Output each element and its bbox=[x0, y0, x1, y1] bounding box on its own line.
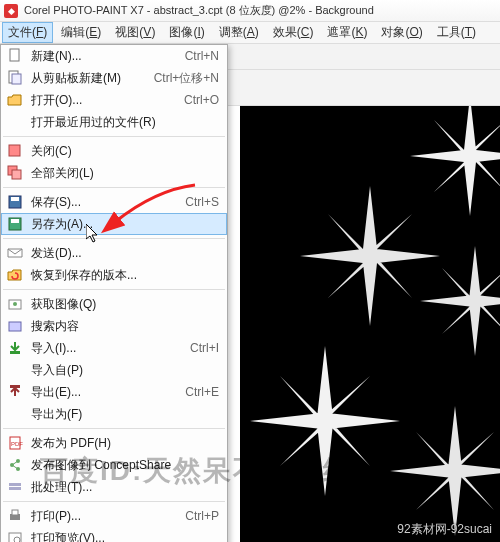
new-icon bbox=[5, 48, 25, 64]
menu-item-share[interactable]: 发布图像到 ConceptShare bbox=[1, 454, 227, 476]
svg-text:PDF: PDF bbox=[11, 441, 23, 447]
export-icon bbox=[5, 384, 25, 400]
menu-separator bbox=[3, 501, 225, 502]
menu-视图[interactable]: 视图(V) bbox=[109, 22, 161, 43]
menu-item-label: 恢复到保存的版本... bbox=[31, 267, 219, 284]
svg-rect-6 bbox=[9, 145, 20, 156]
menu-item-label: 导入自(P) bbox=[31, 362, 219, 379]
window-title: Corel PHOTO-PAINT X7 - abstract_3.cpt (8… bbox=[24, 3, 374, 18]
menu-separator bbox=[3, 136, 225, 137]
menu-item-revert[interactable]: 恢复到保存的版本... bbox=[1, 264, 227, 286]
menu-遮罩[interactable]: 遮罩(K) bbox=[321, 22, 373, 43]
menu-文件[interactable]: 文件(F) bbox=[2, 22, 53, 43]
svg-rect-12 bbox=[11, 219, 19, 223]
menu-item-send[interactable]: 发送(D)... bbox=[1, 242, 227, 264]
menu-item-label: 发布为 PDF(H) bbox=[31, 435, 219, 452]
title-bar: ◆ Corel PHOTO-PAINT X7 - abstract_3.cpt … bbox=[0, 0, 500, 22]
menu-item-label: 导入(I)... bbox=[31, 340, 190, 357]
import-icon bbox=[5, 340, 25, 356]
menu-separator bbox=[3, 289, 225, 290]
mouse-cursor-icon bbox=[86, 224, 102, 247]
menu-item-acquire[interactable]: 获取图像(Q) bbox=[1, 293, 227, 315]
menu-item-sub[interactable]: 导出为(F) bbox=[1, 403, 227, 425]
menu-item-shortcut: Ctrl+位移+N bbox=[154, 70, 219, 87]
menu-item-label: 发送(D)... bbox=[31, 245, 219, 262]
menu-item-label: 发布图像到 ConceptShare bbox=[31, 457, 219, 474]
revert-icon bbox=[5, 267, 25, 283]
svg-rect-16 bbox=[10, 351, 20, 354]
svg-rect-3 bbox=[10, 49, 19, 61]
menu-item-shortcut: Ctrl+N bbox=[185, 49, 219, 63]
svg-rect-24 bbox=[9, 487, 21, 490]
menu-item-close[interactable]: 关闭(C) bbox=[1, 140, 227, 162]
menu-效果[interactable]: 效果(C) bbox=[267, 22, 320, 43]
batch-icon bbox=[5, 479, 25, 495]
menu-item-label: 新建(N)... bbox=[31, 48, 185, 65]
menu-bar: 文件(F)编辑(E)视图(V)图像(I)调整(A)效果(C)遮罩(K)对象(O)… bbox=[0, 22, 500, 44]
menu-item-newclip[interactable]: 从剪贴板新建(M)Ctrl+位移+N bbox=[1, 67, 227, 89]
menu-item-sub[interactable]: 导入自(P) bbox=[1, 359, 227, 381]
menu-item-new[interactable]: 新建(N)...Ctrl+N bbox=[1, 45, 227, 67]
menu-separator bbox=[3, 428, 225, 429]
menu-item-closeall[interactable]: 全部关闭(L) bbox=[1, 162, 227, 184]
menu-item-label: 打印(P)... bbox=[31, 508, 185, 525]
closeall-icon bbox=[5, 165, 25, 181]
menu-item-label: 另存为(A)... bbox=[31, 216, 219, 233]
menu-item-sub[interactable]: 打开最近用过的文件(R) bbox=[1, 111, 227, 133]
pdf-icon: PDF bbox=[5, 435, 25, 451]
svg-rect-17 bbox=[10, 385, 20, 388]
menu-item-save[interactable]: 保存(S)...Ctrl+S bbox=[1, 191, 227, 213]
menu-separator bbox=[3, 187, 225, 188]
menu-item-shortcut: Ctrl+O bbox=[184, 93, 219, 107]
menu-item-label: 打印预览(V)... bbox=[31, 530, 219, 543]
menu-对象[interactable]: 对象(O) bbox=[375, 22, 428, 43]
menu-item-label: 获取图像(Q) bbox=[31, 296, 219, 313]
menu-工具[interactable]: 工具(T) bbox=[431, 22, 482, 43]
menu-item-label: 打开(O)... bbox=[31, 92, 184, 109]
menu-item-preview[interactable]: 打印预览(V)... bbox=[1, 527, 227, 542]
close-icon bbox=[5, 143, 25, 159]
save-icon bbox=[5, 194, 25, 210]
menu-item-pdf[interactable]: PDF发布为 PDF(H) bbox=[1, 432, 227, 454]
preview-icon bbox=[5, 530, 25, 542]
menu-separator bbox=[3, 238, 225, 239]
menu-item-label: 从剪贴板新建(M) bbox=[31, 70, 154, 87]
menu-item-label: 打开最近用过的文件(R) bbox=[31, 114, 219, 131]
menu-item-print[interactable]: 打印(P)...Ctrl+P bbox=[1, 505, 227, 527]
send-icon bbox=[5, 245, 25, 261]
file-menu-dropdown: 新建(N)...Ctrl+N从剪贴板新建(M)Ctrl+位移+N打开(O)...… bbox=[0, 44, 228, 542]
menu-图像[interactable]: 图像(I) bbox=[163, 22, 210, 43]
share-icon bbox=[5, 457, 25, 473]
svg-point-14 bbox=[13, 302, 17, 306]
menu-item-import[interactable]: 导入(I)...Ctrl+I bbox=[1, 337, 227, 359]
canvas-area[interactable] bbox=[240, 106, 500, 542]
svg-rect-8 bbox=[12, 170, 21, 179]
menu-调整[interactable]: 调整(A) bbox=[213, 22, 265, 43]
svg-rect-5 bbox=[12, 74, 21, 84]
open-icon bbox=[5, 92, 25, 108]
menu-item-label: 导出(E)... bbox=[31, 384, 185, 401]
acquire-icon bbox=[5, 296, 25, 312]
svg-rect-26 bbox=[12, 510, 18, 515]
menu-item-label: 关闭(C) bbox=[31, 143, 219, 160]
svg-rect-15 bbox=[9, 322, 21, 331]
menu-item-label: 全部关闭(L) bbox=[31, 165, 219, 182]
menu-item-shortcut: Ctrl+P bbox=[185, 509, 219, 523]
newclip-icon bbox=[5, 70, 25, 86]
saveas-icon bbox=[5, 216, 25, 232]
blank-icon bbox=[5, 406, 25, 422]
menu-item-export[interactable]: 导出(E)...Ctrl+E bbox=[1, 381, 227, 403]
menu-编辑[interactable]: 编辑(E) bbox=[55, 22, 107, 43]
app-logo-icon: ◆ bbox=[4, 4, 18, 18]
menu-item-label: 搜索内容 bbox=[31, 318, 219, 335]
menu-item-search[interactable]: 搜索内容 bbox=[1, 315, 227, 337]
svg-rect-10 bbox=[11, 197, 19, 201]
blank-icon bbox=[5, 362, 25, 378]
menu-item-label: 批处理(T)... bbox=[31, 479, 219, 496]
menu-item-shortcut: Ctrl+E bbox=[185, 385, 219, 399]
menu-item-open[interactable]: 打开(O)...Ctrl+O bbox=[1, 89, 227, 111]
menu-item-batch[interactable]: 批处理(T)... bbox=[1, 476, 227, 498]
search-icon bbox=[5, 318, 25, 334]
menu-item-shortcut: Ctrl+S bbox=[185, 195, 219, 209]
menu-item-saveas[interactable]: 另存为(A)... bbox=[1, 213, 227, 235]
